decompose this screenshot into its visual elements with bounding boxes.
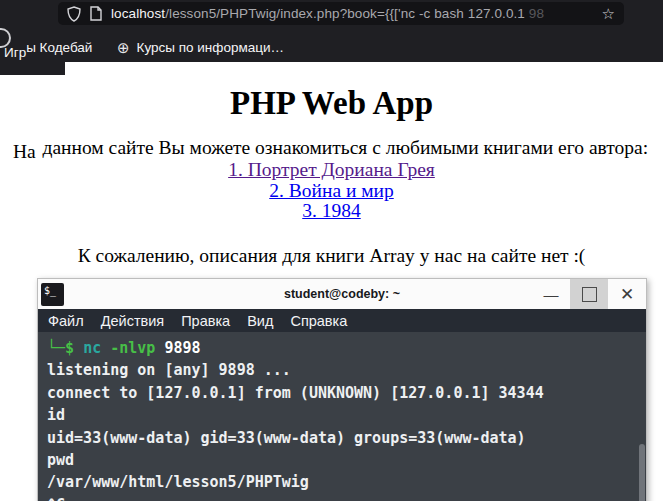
url-path: /lesson5/PHPTwig/index.php?book={{['nc -… (165, 6, 529, 21)
terminal-menubar: Файл Действия Правка Вид Справка (38, 309, 646, 332)
address-bar[interactable]: localhost/lesson5/PHPTwig/index.php?book… (58, 2, 624, 25)
shield-icon[interactable] (67, 6, 81, 22)
window-controls: — ✕ (532, 279, 646, 309)
terminal-line: listening on [any] 9898 ... (47, 359, 636, 381)
terminal-line: /var/www/html/lesson5/PHPTwig (47, 471, 636, 493)
page-title: PHP Web App (0, 85, 663, 122)
command-argument: 9898 (164, 339, 200, 357)
command-options: -nlvp (110, 339, 155, 357)
terminal-line: pwd (47, 449, 636, 471)
command-name: nc (83, 339, 101, 357)
terminal-scrollbar-thumb[interactable] (639, 444, 645, 501)
menu-edit[interactable]: Правка (181, 313, 230, 329)
book-link-1[interactable]: 1. Портрет Дориана Грея (228, 159, 435, 180)
book-link-3[interactable]: 3. 1984 (302, 200, 361, 221)
intro-lead: На (13, 141, 36, 163)
close-button[interactable]: ✕ (608, 279, 646, 309)
intro-text: На данном сайте Вы можете ознакомиться с… (0, 137, 663, 159)
browser-toolbar: localhost/lesson5/PHPTwig/index.php?book… (0, 0, 663, 62)
web-page: PHP Web App На данном сайте Вы можете оз… (0, 62, 663, 267)
maximize-button[interactable] (570, 279, 608, 309)
globe-icon: ⊕ (117, 40, 130, 55)
book-link-row: 1. Портрет Дориана Грея (0, 160, 663, 181)
url-text[interactable]: localhost/lesson5/PHPTwig/index.php?book… (111, 6, 589, 21)
bookmark-label-lead: Игр (4, 45, 26, 60)
maximize-icon (582, 287, 597, 302)
screen: localhost/lesson5/PHPTwig/index.php?book… (0, 0, 663, 501)
terminal-app-icon: $_ (41, 283, 64, 306)
terminal-output-area[interactable]: └─$ nc -nlvp 9898 listening on [any] 989… (38, 332, 646, 501)
bookmarks-bar: Игры Кодебай ⊕ Курсы по информаци… (0, 38, 663, 62)
menu-actions[interactable]: Действия (101, 313, 165, 329)
terminal-titlebar[interactable]: $_ student@codeby: ~ — ✕ (38, 279, 646, 309)
terminal-line: id (47, 404, 636, 426)
url-path-fade: 98 (529, 6, 544, 21)
bookmark-item-games[interactable]: Игры Кодебай (4, 40, 92, 55)
book-link-2[interactable]: 2. Война и мир (269, 180, 394, 201)
book-link-row: 2. Война и мир (0, 181, 663, 202)
bookmark-label: Курсы по информаци… (137, 40, 284, 55)
not-found-message: К сожалению, описания для книги Array у … (0, 245, 663, 267)
menu-help[interactable]: Справка (290, 313, 347, 329)
minimize-button[interactable]: — (532, 279, 570, 309)
book-link-row: 3. 1984 (0, 201, 663, 222)
menu-view[interactable]: Вид (247, 313, 273, 329)
shell-prompt: └─$ (47, 339, 74, 357)
intro-rest: данном сайте Вы можете ознакомиться с лю… (43, 137, 649, 158)
terminal-prompt-line: └─$ nc -nlvp 9898 (47, 337, 636, 359)
url-host: localhost (111, 6, 165, 21)
menu-file[interactable]: Файл (48, 313, 84, 329)
page-info-icon[interactable] (90, 6, 102, 21)
terminal-line: connect to [127.0.0.1] from (UNKNOWN) [1… (47, 382, 636, 404)
terminal-line: uid=33(www-data) gid=33(www-data) groups… (47, 427, 636, 449)
bookmark-item-courses[interactable]: ⊕ Курсы по информаци… (117, 40, 284, 55)
bookmark-label-rest: ы Кодебай (26, 40, 92, 55)
terminal-window: $_ student@codeby: ~ — ✕ Файл Действия П… (37, 278, 647, 501)
bookmark-star-icon[interactable]: ☆ (602, 6, 615, 21)
terminal-line-partial: ^C (47, 494, 636, 501)
